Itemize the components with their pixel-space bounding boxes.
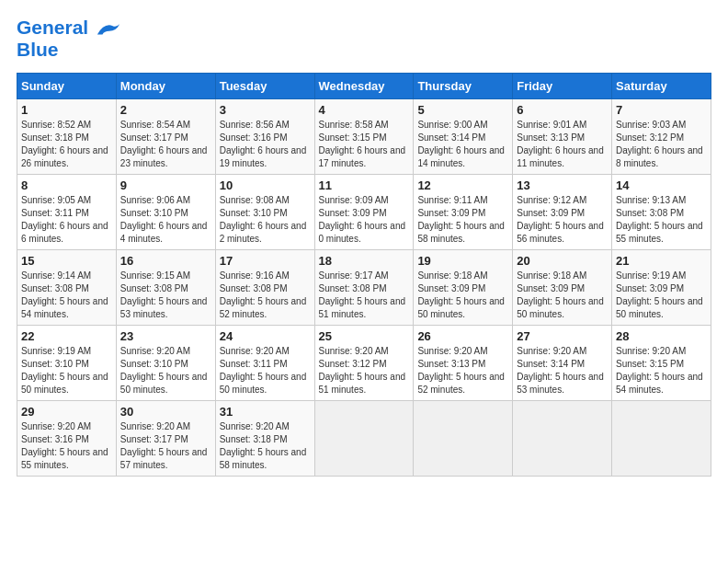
calendar-cell: 20Sunrise: 9:18 AMSunset: 3:09 PMDayligh… <box>513 249 612 325</box>
day-info: Sunrise: 9:20 AMSunset: 3:12 PMDaylight:… <box>319 345 410 396</box>
calendar-cell: 27Sunrise: 9:20 AMSunset: 3:14 PMDayligh… <box>513 325 612 400</box>
day-number: 17 <box>220 254 311 268</box>
day-info: Sunrise: 9:18 AMSunset: 3:09 PMDaylight:… <box>417 270 508 321</box>
day-info: Sunrise: 9:17 AMSunset: 3:08 PMDaylight:… <box>319 270 410 321</box>
calendar-cell: 4Sunrise: 8:58 AMSunset: 3:15 PMDaylight… <box>314 98 414 174</box>
day-number: 12 <box>417 178 508 192</box>
day-number: 3 <box>220 103 311 117</box>
day-info: Sunrise: 9:11 AMSunset: 3:09 PMDaylight:… <box>417 194 508 246</box>
calendar-cell <box>612 400 711 476</box>
day-info: Sunrise: 9:20 AMSunset: 3:11 PMDaylight:… <box>220 345 311 396</box>
calendar-cell: 31Sunrise: 9:20 AMSunset: 3:18 PMDayligh… <box>215 400 314 476</box>
page-container: General Blue SundayMondayTuesdayWednesda… <box>0 0 728 486</box>
day-info: Sunrise: 9:05 AMSunset: 3:11 PMDaylight:… <box>21 194 112 246</box>
day-info: Sunrise: 9:15 AMSunset: 3:08 PMDaylight:… <box>120 270 211 321</box>
day-info: Sunrise: 9:20 AMSunset: 3:16 PMDaylight:… <box>21 420 112 472</box>
day-info: Sunrise: 9:12 AMSunset: 3:09 PMDaylight:… <box>517 194 608 246</box>
day-info: Sunrise: 9:19 AMSunset: 3:09 PMDaylight:… <box>616 270 707 321</box>
calendar-week-2: 8Sunrise: 9:05 AMSunset: 3:11 PMDaylight… <box>17 174 711 249</box>
calendar-week-4: 22Sunrise: 9:19 AMSunset: 3:10 PMDayligh… <box>17 325 711 400</box>
calendar-cell: 12Sunrise: 9:11 AMSunset: 3:09 PMDayligh… <box>414 174 513 249</box>
day-info: Sunrise: 9:20 AMSunset: 3:15 PMDaylight:… <box>616 345 707 396</box>
day-number: 23 <box>120 329 211 343</box>
calendar-cell: 14Sunrise: 9:13 AMSunset: 3:08 PMDayligh… <box>612 174 711 249</box>
weekday-header-wednesday: Wednesday <box>314 73 414 98</box>
page-header: General Blue <box>17 17 711 62</box>
day-info: Sunrise: 8:58 AMSunset: 3:15 PMDaylight:… <box>319 119 410 170</box>
day-number: 31 <box>220 405 311 419</box>
day-number: 24 <box>220 329 311 343</box>
day-info: Sunrise: 9:06 AMSunset: 3:10 PMDaylight:… <box>120 194 211 246</box>
day-number: 21 <box>616 254 707 268</box>
calendar-cell: 18Sunrise: 9:17 AMSunset: 3:08 PMDayligh… <box>314 249 414 325</box>
day-number: 6 <box>517 103 608 117</box>
day-number: 14 <box>616 178 707 192</box>
day-info: Sunrise: 9:09 AMSunset: 3:09 PMDaylight:… <box>319 194 410 246</box>
day-number: 16 <box>120 254 211 268</box>
day-info: Sunrise: 9:14 AMSunset: 3:08 PMDaylight:… <box>21 270 112 321</box>
weekday-header-friday: Friday <box>513 73 612 98</box>
day-number: 9 <box>120 178 211 192</box>
calendar-week-3: 15Sunrise: 9:14 AMSunset: 3:08 PMDayligh… <box>17 249 711 325</box>
day-info: Sunrise: 8:56 AMSunset: 3:16 PMDaylight:… <box>220 119 311 170</box>
calendar-cell: 3Sunrise: 8:56 AMSunset: 3:16 PMDaylight… <box>215 98 314 174</box>
calendar-body: 1Sunrise: 8:52 AMSunset: 3:18 PMDaylight… <box>17 98 711 476</box>
calendar-cell: 16Sunrise: 9:15 AMSunset: 3:08 PMDayligh… <box>116 249 215 325</box>
day-info: Sunrise: 8:52 AMSunset: 3:18 PMDaylight:… <box>21 119 112 170</box>
calendar-cell: 10Sunrise: 9:08 AMSunset: 3:10 PMDayligh… <box>215 174 314 249</box>
day-number: 5 <box>417 103 508 117</box>
day-number: 7 <box>616 103 707 117</box>
calendar-cell: 28Sunrise: 9:20 AMSunset: 3:15 PMDayligh… <box>612 325 711 400</box>
day-info: Sunrise: 9:19 AMSunset: 3:10 PMDaylight:… <box>21 345 112 396</box>
day-number: 27 <box>517 329 608 343</box>
day-info: Sunrise: 9:13 AMSunset: 3:08 PMDaylight:… <box>616 194 707 246</box>
calendar-table: SundayMondayTuesdayWednesdayThursdayFrid… <box>17 73 711 477</box>
calendar-cell: 2Sunrise: 8:54 AMSunset: 3:17 PMDaylight… <box>116 98 215 174</box>
calendar-cell: 29Sunrise: 9:20 AMSunset: 3:16 PMDayligh… <box>17 400 117 476</box>
day-number: 28 <box>616 329 707 343</box>
day-number: 2 <box>120 103 211 117</box>
day-number: 29 <box>21 405 112 419</box>
day-number: 11 <box>319 178 410 192</box>
calendar-cell: 9Sunrise: 9:06 AMSunset: 3:10 PMDaylight… <box>116 174 215 249</box>
day-number: 20 <box>517 254 608 268</box>
calendar-cell: 13Sunrise: 9:12 AMSunset: 3:09 PMDayligh… <box>513 174 612 249</box>
day-number: 15 <box>21 254 112 268</box>
logo-blue: Blue <box>17 39 121 61</box>
weekday-header-thursday: Thursday <box>414 73 513 98</box>
calendar-cell <box>414 400 513 476</box>
calendar-cell: 30Sunrise: 9:20 AMSunset: 3:17 PMDayligh… <box>116 400 215 476</box>
weekday-header-sunday: Sunday <box>17 73 117 98</box>
day-number: 30 <box>120 405 211 419</box>
logo: General Blue <box>17 17 121 62</box>
calendar-cell: 7Sunrise: 9:03 AMSunset: 3:12 PMDaylight… <box>612 98 711 174</box>
calendar-header-row: SundayMondayTuesdayWednesdayThursdayFrid… <box>17 73 711 98</box>
day-number: 19 <box>417 254 508 268</box>
calendar-cell: 22Sunrise: 9:19 AMSunset: 3:10 PMDayligh… <box>17 325 117 400</box>
day-info: Sunrise: 9:20 AMSunset: 3:14 PMDaylight:… <box>517 345 608 396</box>
calendar-cell: 8Sunrise: 9:05 AMSunset: 3:11 PMDaylight… <box>17 174 117 249</box>
calendar-cell: 26Sunrise: 9:20 AMSunset: 3:13 PMDayligh… <box>414 325 513 400</box>
day-info: Sunrise: 9:00 AMSunset: 3:14 PMDaylight:… <box>417 119 508 170</box>
day-number: 8 <box>21 178 112 192</box>
logo-bird-icon <box>96 18 121 39</box>
calendar-cell: 5Sunrise: 9:00 AMSunset: 3:14 PMDaylight… <box>414 98 513 174</box>
calendar-cell: 19Sunrise: 9:18 AMSunset: 3:09 PMDayligh… <box>414 249 513 325</box>
day-number: 1 <box>21 103 112 117</box>
calendar-cell: 6Sunrise: 9:01 AMSunset: 3:13 PMDaylight… <box>513 98 612 174</box>
calendar-cell <box>314 400 414 476</box>
day-number: 26 <box>417 329 508 343</box>
day-number: 13 <box>517 178 608 192</box>
day-number: 4 <box>319 103 410 117</box>
day-number: 25 <box>319 329 410 343</box>
calendar-cell: 17Sunrise: 9:16 AMSunset: 3:08 PMDayligh… <box>215 249 314 325</box>
weekday-header-saturday: Saturday <box>612 73 711 98</box>
day-info: Sunrise: 9:20 AMSunset: 3:13 PMDaylight:… <box>417 345 508 396</box>
calendar-cell: 1Sunrise: 8:52 AMSunset: 3:18 PMDaylight… <box>17 98 117 174</box>
logo-general: General <box>17 17 88 38</box>
calendar-cell: 24Sunrise: 9:20 AMSunset: 3:11 PMDayligh… <box>215 325 314 400</box>
day-info: Sunrise: 8:54 AMSunset: 3:17 PMDaylight:… <box>120 119 211 170</box>
calendar-cell: 23Sunrise: 9:20 AMSunset: 3:10 PMDayligh… <box>116 325 215 400</box>
day-info: Sunrise: 9:03 AMSunset: 3:12 PMDaylight:… <box>616 119 707 170</box>
day-info: Sunrise: 9:16 AMSunset: 3:08 PMDaylight:… <box>220 270 311 321</box>
